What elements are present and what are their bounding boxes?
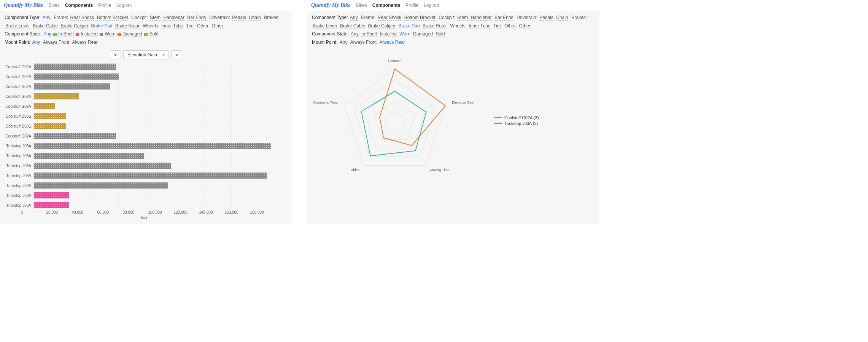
component-state-option[interactable]: Damaged: [122, 31, 142, 37]
component-type-option[interactable]: Brake Pad: [91, 23, 112, 29]
radar-axis-label: Ownership Time: [313, 101, 338, 105]
nav-profile[interactable]: Profile: [405, 3, 418, 8]
radar-axis-label: Moving Time: [430, 168, 450, 172]
component-type-option[interactable]: Bar Ends: [187, 15, 206, 21]
component-state-option[interactable]: Sold: [436, 31, 445, 37]
bar[interactable]: [34, 123, 66, 129]
filter-label: Component Type:: [312, 15, 348, 20]
component-state-option[interactable]: Damaged: [413, 31, 433, 37]
nav-bikes[interactable]: Bikes: [356, 3, 367, 8]
radar-series[interactable]: [380, 69, 445, 145]
component-type-option[interactable]: Other: [519, 23, 531, 29]
bar[interactable]: [34, 74, 119, 80]
component-type-option[interactable]: Chain: [249, 15, 261, 21]
component-type-option[interactable]: Brake Cable: [340, 23, 365, 29]
bar[interactable]: [34, 182, 168, 189]
bar[interactable]: [34, 202, 69, 208]
component-type-option[interactable]: Bottom Bracket: [97, 15, 128, 21]
metric-select[interactable]: Elevation Gain ▾: [123, 50, 169, 59]
bar[interactable]: [34, 192, 69, 198]
component-type-option[interactable]: Tire: [493, 23, 501, 29]
filter-any[interactable]: Any: [351, 31, 359, 37]
x-tick: 100,000: [148, 210, 174, 214]
mount-point-option[interactable]: Always Front: [43, 40, 69, 45]
component-type-option[interactable]: Chain: [556, 15, 568, 21]
component-state-option[interactable]: In Shelf: [361, 31, 377, 37]
bar[interactable]: [34, 133, 116, 139]
component-type-option[interactable]: Stem: [150, 15, 161, 21]
nav-logout[interactable]: Log out: [116, 3, 132, 8]
panel-right: Quantify My Bike Bikes Components Profil…: [307, 0, 599, 224]
legend-item[interactable]: Coolstuff G02A (3): [494, 115, 539, 120]
bar-label: Coolstuff G02A: [0, 134, 33, 138]
bar[interactable]: [34, 143, 271, 149]
component-state-option[interactable]: Sold: [149, 31, 158, 37]
mount-point-option[interactable]: Always Front: [350, 40, 377, 45]
mount-point-option[interactable]: Always Rear: [379, 40, 405, 45]
nav-profile[interactable]: Profile: [98, 3, 111, 8]
component-state-option[interactable]: In Shelf: [58, 31, 74, 37]
radar-chart: DistanceElevation GainMoving TimeRidesOw…: [307, 52, 599, 189]
brand-logo[interactable]: Quantify My Bike: [311, 2, 350, 8]
component-type-option[interactable]: Pedals: [539, 15, 553, 21]
component-type-option[interactable]: Handlebar: [163, 15, 184, 21]
component-type-option[interactable]: Brake Rotor: [423, 23, 447, 29]
x-tick: 160,000: [225, 210, 250, 214]
top-nav: Quantify My Bike Bikes Components Profil…: [307, 0, 599, 11]
filter-any[interactable]: Any: [43, 15, 51, 20]
bar[interactable]: [34, 93, 79, 99]
component-type-option[interactable]: Pedals: [232, 15, 246, 21]
legend-item[interactable]: Trickstop J03A (3): [494, 121, 539, 126]
brand-logo[interactable]: Quantify My Bike: [4, 2, 43, 8]
component-type-option[interactable]: Brake Lever: [5, 23, 30, 29]
component-type-option[interactable]: Bottom Bracket: [404, 15, 436, 21]
component-type-option[interactable]: Brake Cable: [33, 23, 58, 29]
mount-point-option[interactable]: Always Rear: [72, 40, 97, 45]
bar-label: Trickstop J03A: [0, 144, 33, 148]
nav-bikes[interactable]: Bikes: [48, 3, 59, 8]
bar[interactable]: [34, 64, 116, 70]
bar[interactable]: [34, 163, 171, 169]
component-type-option[interactable]: Brake Pad: [398, 23, 420, 29]
filter-any[interactable]: Any: [43, 31, 51, 37]
component-type-option[interactable]: Handlebar: [471, 15, 491, 21]
component-type-option[interactable]: Tire: [186, 23, 194, 29]
component-state-option[interactable]: Installed: [380, 31, 397, 37]
x-tick: 40,000: [72, 210, 97, 214]
bar-label: Trickstop J03A: [0, 174, 33, 178]
component-type-option[interactable]: Brake Caliper: [368, 23, 396, 29]
nav-components[interactable]: Components: [65, 3, 93, 8]
component-state-option[interactable]: Worn: [105, 31, 115, 37]
component-type-option[interactable]: Rear Shock: [70, 15, 94, 21]
radar-grid: [344, 69, 445, 165]
component-type-option[interactable]: Rear Shock: [378, 15, 402, 21]
filter-any[interactable]: Any: [32, 40, 40, 45]
component-state-option[interactable]: Worn: [399, 31, 410, 37]
component-type-option[interactable]: Other: [212, 23, 223, 29]
bar[interactable]: [34, 83, 110, 89]
component-type-option[interactable]: Inner Tube: [469, 23, 490, 29]
filter-mount-point: Mount Point: Any Always Front Always Rea…: [312, 38, 595, 47]
bar[interactable]: [34, 173, 267, 179]
filter-any[interactable]: Any: [350, 15, 358, 21]
chevron-down-icon: ▾: [163, 53, 165, 57]
component-type-option[interactable]: Bar Ends: [494, 15, 513, 21]
nav-components[interactable]: Components: [372, 3, 400, 8]
component-type-option[interactable]: Inner Tube: [161, 23, 183, 29]
filter-component-state: Component State: Any In Shelf Installed …: [5, 30, 288, 38]
component-type-option[interactable]: Brake Lever: [313, 23, 337, 29]
next-metric-button[interactable]: >: [171, 50, 182, 59]
prev-metric-button[interactable]: <: [110, 50, 121, 59]
nav-logout[interactable]: Log out: [424, 3, 439, 8]
component-type-option[interactable]: Brake Caliper: [60, 23, 88, 29]
component-state-option[interactable]: Installed: [81, 31, 98, 37]
radar-series[interactable]: [361, 91, 426, 156]
bar[interactable]: [34, 113, 66, 119]
component-type-option[interactable]: Brake Rotor: [115, 23, 140, 29]
bar[interactable]: [34, 103, 55, 109]
bar[interactable]: [34, 153, 144, 159]
x-axis-label: feet: [0, 214, 288, 220]
filter-any[interactable]: Any: [340, 40, 348, 45]
component-type-option[interactable]: Stem: [457, 15, 468, 21]
x-axis: 020,00040,00060,00080,000100,000120,0001…: [33, 210, 288, 214]
